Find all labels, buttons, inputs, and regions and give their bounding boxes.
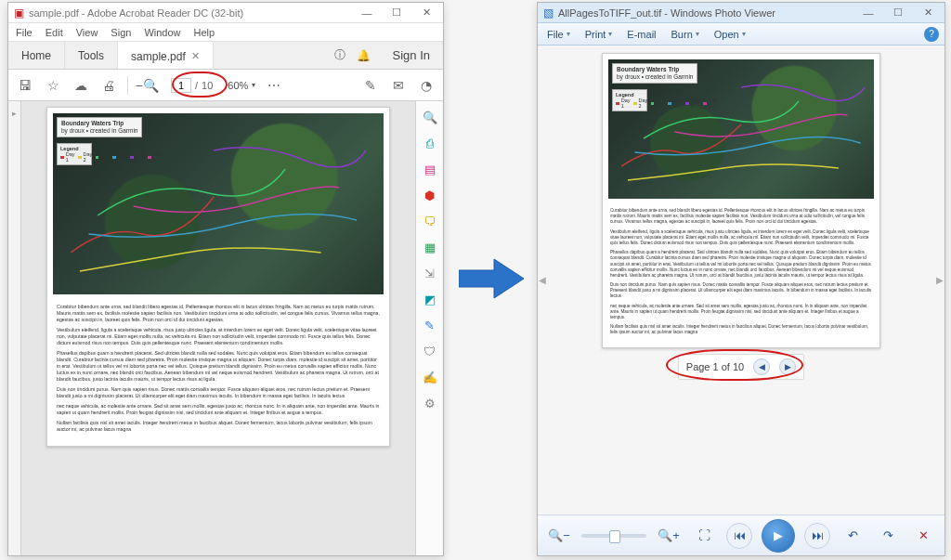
panel-search-icon[interactable]: 🔍 xyxy=(420,107,440,127)
body-paragraph: Curabitur bibendum ante urna, sed blandi… xyxy=(610,208,872,226)
document-map: Boundary Waters Trip by droux • created … xyxy=(608,59,874,199)
body-paragraph: Duis non tincidunt purus. Nam quis sapie… xyxy=(610,282,872,300)
panel-create-icon[interactable]: ⬢ xyxy=(420,185,440,205)
svg-marker-0 xyxy=(459,259,524,298)
tab-home[interactable]: Home xyxy=(8,42,65,69)
menu-sign[interactable]: Sign xyxy=(111,27,131,38)
pv-page-indicator: Page 1 of 10 ◀ ▶ xyxy=(678,354,804,380)
tab-close-icon[interactable]: ✕ xyxy=(191,50,200,62)
pv-viewport[interactable]: Boundary Waters Trip by droux • created … xyxy=(547,46,935,514)
body-paragraph: nec neque vehicula, ac molestie ante orn… xyxy=(57,403,380,416)
panel-edit-icon[interactable]: ▤ xyxy=(420,159,440,179)
panel-more-icon[interactable]: ⚙ xyxy=(420,393,440,413)
minimize-button[interactable]: — xyxy=(354,5,380,21)
pv-prev-image[interactable]: ◀ xyxy=(538,46,547,514)
maximize-button[interactable]: ☐ xyxy=(885,5,911,21)
pv-next-image[interactable]: ▶ xyxy=(935,46,944,514)
zoom-in-icon[interactable]: 🔍+ xyxy=(656,523,682,549)
acrobat-titlebar[interactable]: ▣ sample.pdf - Adobe Acrobat Reader DC (… xyxy=(8,3,443,23)
rotate-cw-icon[interactable]: ↷ xyxy=(875,523,901,549)
acrobat-toolbar: 🖫 ☆ ☁ 🖨 −🔍 / 10 60% ▾ ⋯ ✎ ✉ ◔ xyxy=(8,70,443,101)
body-paragraph: Nullam facilisis quis nisl sit amet iacu… xyxy=(57,420,380,433)
rotate-ccw-icon[interactable]: ↶ xyxy=(840,523,866,549)
document-map: Boundary Waters Trip by droux • created … xyxy=(53,113,384,294)
pdf-page: Boundary Waters Trip by droux • created … xyxy=(46,107,390,447)
pv-controls: 🔍− 🔍+ ⛶ ⏮ ▶ ⏭ ↶ ↷ ✕ xyxy=(538,514,944,555)
page-total: 10 xyxy=(202,80,213,91)
slideshow-button[interactable]: ▶ xyxy=(762,519,795,553)
comparison-arrow-icon xyxy=(459,255,524,302)
photoviewer-app-icon: ▧ xyxy=(541,7,554,20)
cloud-icon[interactable]: ☁ xyxy=(72,76,90,95)
menu-window[interactable]: Window xyxy=(144,27,180,38)
print-icon[interactable]: 🖨 xyxy=(99,76,118,95)
prev-button[interactable]: ⏮ xyxy=(726,523,752,549)
star-icon[interactable]: ☆ xyxy=(44,76,62,95)
panel-redact-icon[interactable]: ◩ xyxy=(420,289,440,309)
acrobat-title-text: sample.pdf - Adobe Acrobat Reader DC (32… xyxy=(29,7,243,19)
maximize-button[interactable]: ☐ xyxy=(384,5,410,21)
help-icon[interactable]: ⓘ xyxy=(334,47,345,63)
zoom-value[interactable]: 60% xyxy=(228,80,248,91)
fit-icon[interactable]: ⛶ xyxy=(691,523,717,549)
pv-menu-print[interactable]: Print▾ xyxy=(581,27,617,42)
pv-menu-file[interactable]: File▾ xyxy=(543,27,574,42)
zoom-dropdown-icon[interactable]: ▾ xyxy=(252,81,255,89)
tab-tools[interactable]: Tools xyxy=(65,42,118,69)
body-paragraph: Vestibulum eleifend, ligula a scelerisqu… xyxy=(57,327,380,346)
tab-document[interactable]: sample.pdf ✕ xyxy=(118,42,214,69)
tiff-page: Boundary Waters Trip by droux • created … xyxy=(602,53,880,348)
document-body-text: Curabitur bibendum ante urna, sed blandi… xyxy=(603,204,879,344)
photoviewer-menubar: File▾ Print▾ E-mail Burn▾ Open▾ ? xyxy=(538,23,944,46)
menu-edit[interactable]: Edit xyxy=(46,27,63,38)
acrobat-tools-pane: 🔍 ⎙ ▤ ⬢ 🗨 ▦ ⇲ ◩ ✎ 🛡 ✍ ⚙ xyxy=(415,101,443,555)
pv-page-prev[interactable]: ◀ xyxy=(753,358,770,375)
menu-file[interactable]: File xyxy=(16,27,33,38)
menu-view[interactable]: View xyxy=(76,27,98,38)
acrobat-menubar: File Edit View Sign Window Help xyxy=(8,23,443,42)
body-paragraph: Duis non tincidunt purus. Nam quis sapie… xyxy=(57,386,380,399)
zoom-out-icon[interactable]: 🔍− xyxy=(546,523,572,549)
photoviewer-titlebar[interactable]: ▧ AllPagesToTIFF_out.tif - Windows Photo… xyxy=(538,3,944,23)
mail-icon[interactable]: ✉ xyxy=(389,76,408,95)
acrobat-app-icon: ▣ xyxy=(12,7,25,20)
pv-help-icon[interactable]: ? xyxy=(924,27,939,42)
zoom-out-icon[interactable]: −🔍 xyxy=(137,76,156,95)
pv-menu-burn[interactable]: Burn▾ xyxy=(668,27,703,42)
pv-page-next[interactable]: ▶ xyxy=(779,358,796,375)
avatar-icon[interactable]: ◔ xyxy=(417,76,436,95)
next-button[interactable]: ⏭ xyxy=(804,523,830,549)
signature-icon[interactable]: ✎ xyxy=(361,76,380,95)
photoviewer-title-text: AllPagesToTIFF_out.tif - Windows Photo V… xyxy=(558,7,775,19)
pv-menu-email[interactable]: E-mail xyxy=(623,27,659,42)
menu-help[interactable]: Help xyxy=(194,27,215,38)
pv-menu-open[interactable]: Open▾ xyxy=(710,27,749,42)
delete-icon[interactable]: ✕ xyxy=(910,523,936,549)
panel-protect-icon[interactable]: 🛡 xyxy=(420,341,440,361)
zoom-slider[interactable] xyxy=(581,534,646,538)
panel-sign-icon[interactable]: ✍ xyxy=(420,367,440,387)
panel-comment-icon[interactable]: 🗨 xyxy=(420,211,440,231)
page-current-input[interactable] xyxy=(171,78,191,93)
save-icon[interactable]: 🖫 xyxy=(16,76,34,95)
panel-organize-icon[interactable]: ▦ xyxy=(420,237,440,257)
panel-export-icon[interactable]: ⎙ xyxy=(420,133,440,153)
close-button[interactable]: ✕ xyxy=(413,5,439,21)
notification-icon[interactable]: 🔔 xyxy=(357,49,371,62)
body-paragraph: Phasellus dapibus quam a hendrerit place… xyxy=(610,250,872,279)
close-button[interactable]: ✕ xyxy=(915,5,941,21)
panel-compress-icon[interactable]: ⇲ xyxy=(420,263,440,283)
pv-page-label: Page 1 of 10 xyxy=(686,361,744,372)
body-paragraph: Nullam facilisis quis nisl sit amet iacu… xyxy=(610,324,872,335)
acrobat-nav-pane[interactable]: ▸ xyxy=(8,101,21,555)
acrobat-page-view[interactable]: Boundary Waters Trip by droux • created … xyxy=(21,101,415,555)
page-indicator: / 10 xyxy=(165,76,218,95)
body-paragraph: Curabitur bibendum ante urna, sed blandi… xyxy=(57,304,380,323)
sign-in-button[interactable]: Sign In xyxy=(380,42,443,69)
minimize-button[interactable]: — xyxy=(855,5,881,21)
panel-fillsign-icon[interactable]: ✎ xyxy=(420,315,440,335)
body-paragraph: Vestibulum eleifend, ligula a scelerisqu… xyxy=(610,229,872,247)
photoviewer-window: ▧ AllPagesToTIFF_out.tif - Windows Photo… xyxy=(537,2,945,556)
more-icon[interactable]: ⋯ xyxy=(265,76,283,95)
acrobat-tabbar: Home Tools sample.pdf ✕ ⓘ 🔔 Sign In xyxy=(8,42,443,70)
